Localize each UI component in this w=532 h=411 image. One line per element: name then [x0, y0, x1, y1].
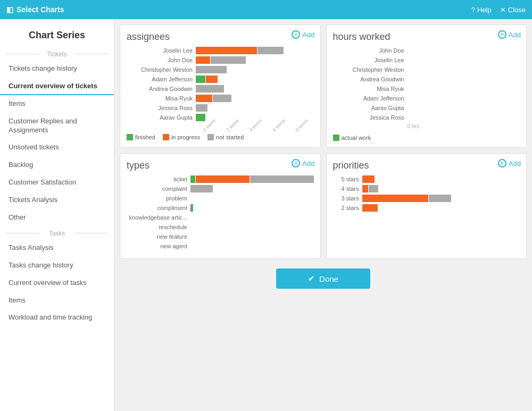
sidebar-item-tasks-change-history[interactable]: Tasks change history	[0, 257, 114, 274]
table-row: knowledgebase artic...	[127, 214, 314, 221]
done-button-container: ✔ Done	[120, 264, 527, 293]
done-button[interactable]: ✔ Done	[276, 269, 370, 289]
table-row: John Doe	[127, 56, 314, 64]
table-row: compliment	[127, 204, 314, 212]
priorities-chart-body: 5 stars 4 stars 3 stars	[333, 175, 520, 212]
sidebar-item-items-tasks[interactable]: Items	[0, 292, 114, 309]
sidebar-item-backlog[interactable]: Backlog	[0, 156, 114, 174]
sidebar-item-current-overview-tickets[interactable]: Current overview of tickets	[0, 78, 114, 95]
tickets-section-label: Tickets	[0, 47, 114, 60]
sidebar-item-current-overview-tasks[interactable]: Current overview of tasks	[0, 274, 114, 292]
sidebar-item-unsolved-tickets[interactable]: Unsolved tickets	[0, 139, 114, 156]
done-label: Done	[319, 274, 338, 283]
sidebar-item-workload-time[interactable]: Workload and time tracking	[0, 309, 114, 326]
table-row: new agent	[127, 242, 314, 250]
legend-actual-work: actual work	[333, 135, 371, 141]
sidebar-item-customer-replies[interactable]: Customer Replies and Assignments	[0, 113, 114, 139]
hours-worked-chart: hours worked + Add John Doe Joselin Lee …	[326, 24, 527, 148]
hours-x-label: 0 hrs	[408, 123, 520, 129]
table-row: ticket	[127, 175, 314, 183]
table-row: Christopher Weston	[333, 66, 520, 73]
assignees-chart-body: Joselin Lee John Doe Christoph	[127, 47, 314, 140]
table-row: new feature	[127, 233, 314, 240]
table-row: 5 stars	[333, 175, 520, 183]
header: ◧ Select Charts ? Help ✕ Close	[0, 0, 532, 19]
sidebar-item-tickets-analysis[interactable]: Tickets Analysis	[0, 191, 114, 209]
sidebar-item-customer-satisfaction[interactable]: Customer Satisfaction	[0, 174, 114, 191]
table-row: Jessica Ross	[127, 104, 314, 112]
layout: Chart Series Tickets Tickets change hist…	[0, 19, 532, 411]
table-row: Adam Jefferson	[127, 76, 314, 83]
table-row: Joselin Lee	[333, 56, 520, 64]
table-row: Andrea Goodwin	[333, 76, 520, 83]
hours-legend: actual work	[333, 135, 520, 141]
header-title-area: ◧ Select Charts	[6, 5, 64, 14]
main-content: assignees + Add Joselin Lee John Doe	[114, 19, 532, 411]
close-button[interactable]: ✕ Close	[500, 6, 526, 14]
table-row: complaint	[127, 185, 314, 192]
sidebar: Chart Series Tickets Tickets change hist…	[0, 19, 114, 411]
types-title: types	[127, 160, 314, 171]
add-circle-icon: +	[292, 30, 300, 39]
assignees-chart: assignees + Add Joselin Lee John Doe	[120, 24, 321, 148]
bar-orange	[196, 47, 257, 54]
assignees-title: assignees	[127, 31, 314, 43]
header-actions: ? Help ✕ Close	[471, 6, 526, 14]
table-row: Joselin Lee	[127, 47, 314, 54]
header-title: Select Charts	[16, 5, 64, 14]
hours-worked-add-button[interactable]: + Add	[498, 30, 521, 39]
table-row: Christopher Weston	[127, 66, 314, 73]
help-button[interactable]: ? Help	[471, 6, 492, 14]
table-row: 3 stars	[333, 195, 520, 202]
legend-in-progress: in progress	[163, 134, 200, 140]
table-row: reschedule	[127, 223, 314, 231]
bar-gray	[257, 47, 284, 54]
close-icon: ✕	[500, 6, 506, 14]
assignees-add-button[interactable]: + Add	[292, 30, 314, 39]
table-row: Misa Ryuk	[127, 95, 314, 102]
priorities-chart: priorities + Add 5 stars 4 stars	[326, 153, 527, 259]
types-chart-body: ticket complaint problem	[127, 175, 314, 250]
priorities-add-button[interactable]: + Add	[498, 159, 521, 167]
done-check-icon: ✔	[308, 274, 315, 283]
sidebar-title: Chart Series	[0, 26, 114, 47]
table-row: Jessica Ross	[333, 114, 520, 121]
priorities-title: priorities	[333, 160, 520, 171]
legend-finished: finished	[127, 134, 155, 140]
table-row: 4 stars	[333, 185, 520, 192]
bar-container	[196, 47, 314, 54]
table-row: Andrea Goodwin	[127, 85, 314, 93]
table-row: 2 stars	[333, 204, 520, 212]
table-row: John Doe	[333, 47, 520, 54]
table-row: Misa Ryuk	[333, 85, 520, 93]
table-row: Adam Jefferson	[333, 95, 520, 102]
tasks-section-label: Tasks	[0, 227, 114, 239]
header-icon: ◧	[6, 5, 13, 14]
bar-label: Joselin Lee	[127, 47, 196, 54]
assignees-legend: finished in progress not started	[127, 134, 314, 140]
table-row: problem	[127, 195, 314, 202]
sidebar-item-items-tickets[interactable]: Items	[0, 95, 114, 113]
sidebar-item-other[interactable]: Other	[0, 209, 114, 227]
hours-worked-title: hours worked	[333, 31, 520, 43]
table-row: Aarav Gupta	[333, 104, 520, 112]
help-icon: ?	[471, 6, 475, 14]
types-add-button[interactable]: + Add	[292, 159, 314, 167]
hours-chart-body: John Doe Joselin Lee Christopher Weston …	[333, 47, 520, 141]
sidebar-item-tickets-change-history[interactable]: Tickets change history	[0, 60, 114, 78]
x-axis: 0 items 2 items 4 items 6 items 8 items	[196, 123, 314, 129]
types-chart: types + Add ticket complaint	[120, 153, 321, 259]
sidebar-item-tasks-analysis[interactable]: Tasks Analysis	[0, 239, 114, 257]
